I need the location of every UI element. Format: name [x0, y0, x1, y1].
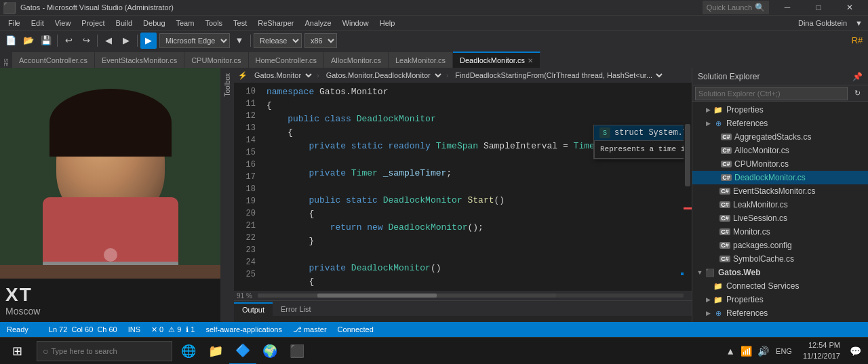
code-editor: ⚡ Gatos.Monitor › Gatos.Monitor.Deadlock…	[234, 68, 692, 322]
ins-mode: INS	[128, 325, 140, 334]
menu-window[interactable]: Window	[337, 18, 374, 28]
side-strip: Toolbox	[220, 68, 234, 322]
tab-leak-monitor[interactable]: LeakMonitor.cs	[389, 52, 453, 68]
menu-team[interactable]: Team	[171, 18, 200, 28]
tree-item-event-stacks[interactable]: C# EventStacksMonitor.cs	[692, 184, 868, 198]
tree-item-monitor[interactable]: C# Monitor.cs	[692, 225, 868, 239]
user-dropdown-icon[interactable]: ▼	[852, 19, 865, 27]
warning-icon: ⚠	[168, 325, 175, 334]
title-bar: ⬛ Gatos - Microsoft Visual Studio (Admin…	[0, 0, 868, 15]
code-line-11: {	[267, 99, 678, 113]
tab-cpu-monitor[interactable]: CPUMonitor.cs	[184, 52, 248, 68]
lang-indicator[interactable]: ENG	[773, 346, 795, 357]
tree-item-gatos-web[interactable]: ▼ ⬛ Gatos.Web	[692, 266, 868, 279]
run-target-dropdown[interactable]: Microsoft Edge	[159, 33, 230, 48]
output-panel: Output Error List	[234, 300, 692, 322]
resharper-icon[interactable]: R#	[849, 33, 865, 49]
vs-icon: ⬛	[3, 1, 16, 14]
code-line-23: private DeadlockMonitor()	[267, 262, 678, 275]
tab-account-controller[interactable]: AccountController.cs	[12, 52, 95, 68]
code-content[interactable]: namespace Gatos.Monitor { public class D…	[261, 83, 684, 291]
toolbox-tab[interactable]: Toolbox	[222, 68, 233, 102]
taskbar-item-browser[interactable]: 🌍	[256, 338, 283, 365]
breadcrumb-method[interactable]: FindDeadlockStartingFrom(ClrThread threa…	[451, 69, 665, 81]
close-button[interactable]: ✕	[834, 0, 865, 15]
tree-item-references[interactable]: ▶ ⊕ References	[692, 117, 868, 130]
se-search-input[interactable]	[695, 87, 848, 100]
menu-build[interactable]: Build	[111, 18, 138, 28]
save-button[interactable]: 💾	[38, 33, 54, 49]
tray-up-icon[interactable]: ▲	[724, 344, 736, 358]
tree-item-packages[interactable]: C# packages.config	[692, 239, 868, 252]
tree-item-deadlock-monitor[interactable]: C# DeadlockMonitor.cs	[692, 171, 868, 184]
taskbar-item-edge[interactable]: 🌐	[175, 338, 202, 365]
server-explorer-tab[interactable]: SE	[0, 57, 12, 68]
cortana-icon: ○	[43, 346, 48, 357]
menu-analyze[interactable]: Analyze	[299, 18, 336, 28]
volume-icon[interactable]: 🔊	[756, 344, 770, 358]
se-refresh-button[interactable]: ↻	[849, 85, 865, 102]
redo-button[interactable]: ↪	[78, 33, 94, 49]
open-file-button[interactable]: 📂	[20, 33, 37, 49]
undo-button[interactable]: ↩	[60, 33, 77, 49]
tree-item-aggregated-stacks[interactable]: C# AggregatedStacks.cs	[692, 130, 868, 144]
tree-item-connected-services[interactable]: 📁 Connected Services	[692, 279, 868, 293]
tab-deadlock-monitor[interactable]: DeadlockMonitor.cs ✕	[453, 52, 540, 68]
tree-item-symbol-cache[interactable]: C# SymbolCache.cs	[692, 252, 868, 266]
code-area: 10 11 12 13 14 15 16 17 18 19 20 21 22 2…	[234, 83, 692, 291]
menu-test[interactable]: Test	[228, 18, 252, 28]
maximize-button[interactable]: □	[803, 0, 834, 15]
tab-home-controller[interactable]: HomeController.cs	[249, 52, 324, 68]
tree-item-properties[interactable]: ▶ 📁 Properties	[692, 103, 868, 117]
start-debug-button[interactable]: ▶	[140, 33, 157, 49]
forward-button[interactable]: ▶	[118, 33, 134, 49]
connection-status: Connected	[338, 325, 374, 334]
output-tabs: Output Error List	[234, 301, 692, 316]
run-dropdown-arrow[interactable]: ▼	[231, 33, 248, 49]
back-button[interactable]: ◀	[100, 33, 117, 49]
notification-icon[interactable]: 💬	[848, 344, 863, 358]
tree-item-web-references[interactable]: ▶ ⊕ References	[692, 306, 868, 320]
hscroll-thumb[interactable]	[317, 294, 437, 298]
info-icon: ℹ	[186, 325, 189, 334]
taskbar-item-vs[interactable]: 🔷	[229, 338, 256, 365]
breadcrumb-file[interactable]: Gatos.Monitor.DeadlockMonitor	[322, 69, 443, 81]
menu-tools[interactable]: Tools	[199, 18, 228, 28]
scrollbar-thumb[interactable]	[685, 124, 690, 186]
tree-item-live-session[interactable]: C# LiveSession.cs	[692, 211, 868, 225]
menu-help[interactable]: Help	[374, 18, 401, 28]
network-icon[interactable]: 📶	[739, 344, 753, 358]
search-icon[interactable]: 🔍	[755, 3, 765, 12]
tree-item-leak-monitor[interactable]: C# LeakMonitor.cs	[692, 198, 868, 211]
tree-item-web-properties[interactable]: ▶ 📁 Properties	[692, 293, 868, 306]
tree-item-alloc-monitor[interactable]: C# AllocMonitor.cs	[692, 144, 868, 157]
platform-dropdown[interactable]: x86	[304, 33, 337, 48]
menu-edit[interactable]: Edit	[26, 18, 50, 28]
taskbar-item-explorer[interactable]: 📁	[202, 338, 229, 365]
taskbar-item-terminal[interactable]: ⬛	[283, 338, 311, 365]
new-file-button[interactable]: 📄	[3, 33, 19, 49]
start-button[interactable]: ⊞	[0, 338, 34, 365]
tab-close-icon[interactable]: ✕	[528, 57, 533, 64]
minimize-button[interactable]: ─	[772, 0, 803, 15]
menu-resharper[interactable]: ReSharper	[252, 18, 299, 28]
error-list-tab[interactable]: Error List	[273, 302, 319, 316]
menu-file[interactable]: File	[3, 18, 26, 28]
output-tab[interactable]: Output	[234, 302, 273, 316]
se-pin-icon[interactable]: 📌	[852, 72, 863, 81]
tree-item-cpu-monitor[interactable]: C# CPUMonitor.cs	[692, 157, 868, 171]
menu-view[interactable]: View	[50, 18, 77, 28]
config-dropdown[interactable]: Release	[254, 33, 302, 48]
vertical-scrollbar[interactable]	[684, 83, 692, 291]
breadcrumb-project[interactable]: Gatos.Monitor	[250, 69, 314, 81]
system-clock[interactable]: 12:54 PM 11/12/2017	[797, 340, 846, 361]
tab-alloc-monitor[interactable]: AllocMonitor.cs	[324, 52, 389, 68]
cortana-search[interactable]: ○ Type here to search	[37, 341, 172, 361]
menu-debug[interactable]: Debug	[138, 18, 170, 28]
se-toolbar: ↻	[692, 85, 868, 102]
menu-project[interactable]: Project	[76, 18, 110, 28]
autocomplete-popup: S struct System.TimeSpan Represents a ti…	[593, 125, 684, 159]
autocomplete-item[interactable]: S struct System.TimeSpan	[594, 125, 684, 140]
workspace: XT Moscow Toolbox ⚡ Gatos.Monitor › Gato…	[0, 68, 868, 322]
tab-event-stacks-monitor[interactable]: EventStacksMonitor.cs	[95, 52, 184, 68]
